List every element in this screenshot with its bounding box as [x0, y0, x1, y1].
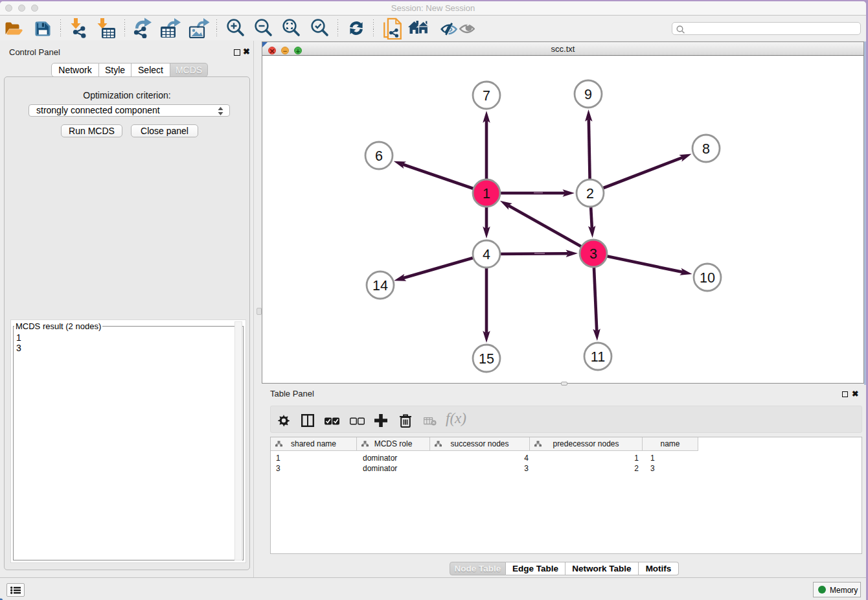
svg-text:7: 7	[483, 88, 490, 104]
svg-text:8: 8	[702, 141, 710, 157]
svg-text:10: 10	[700, 270, 715, 286]
svg-text:9: 9	[584, 87, 592, 102]
svg-text:15: 15	[479, 351, 494, 367]
svg-text:6: 6	[375, 148, 383, 164]
svg-text:14: 14	[372, 278, 388, 294]
svg-text:11: 11	[591, 349, 605, 365]
svg-text:3: 3	[589, 246, 597, 262]
svg-text:2: 2	[586, 186, 594, 202]
svg-text:4: 4	[483, 247, 490, 262]
svg-text:1: 1	[483, 186, 490, 202]
